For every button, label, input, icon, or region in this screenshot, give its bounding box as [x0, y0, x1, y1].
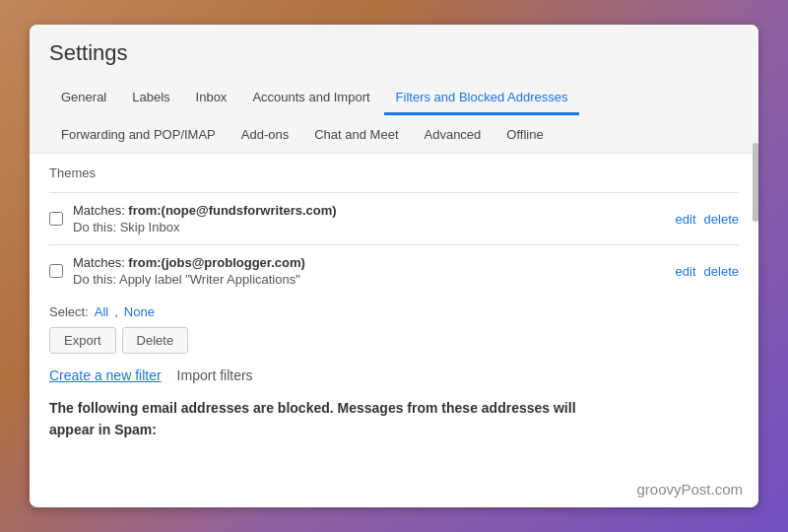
- tab-chat-meet[interactable]: Chat and Meet: [302, 119, 410, 153]
- filter-2-matches: Matches: from:(jobs@problogger.com): [73, 255, 666, 270]
- filter-row-2: Matches: from:(jobs@problogger.com) Do t…: [49, 244, 739, 297]
- themes-label: Themes: [49, 166, 739, 180]
- filter-2-edit-button[interactable]: edit: [676, 264, 696, 279]
- export-button[interactable]: Export: [49, 327, 116, 354]
- filter-2-matches-prefix: Matches:: [73, 255, 128, 270]
- nav-row-2: Forwarding and POP/IMAP Add-ons Chat and…: [49, 119, 739, 153]
- tab-general[interactable]: General: [49, 82, 118, 115]
- tab-accounts-import[interactable]: Accounts and Import: [240, 82, 381, 115]
- tab-labels[interactable]: Labels: [120, 82, 181, 115]
- blocked-text-1: The following email addresses are blocke…: [49, 397, 739, 419]
- select-separator: ,: [114, 304, 118, 319]
- import-filters-link[interactable]: Import filters: [177, 367, 253, 383]
- panel-header: Settings General Labels Inbox Accounts a…: [30, 25, 758, 154]
- delete-button[interactable]: Delete: [122, 327, 189, 354]
- filter-row-1: Matches: from:(nope@fundsforwriters.com)…: [49, 192, 739, 244]
- blocked-text-2: appear in Spam:: [49, 419, 739, 440]
- filter-2-actions: edit delete: [676, 264, 739, 279]
- filter-1-edit-button[interactable]: edit: [676, 212, 696, 227]
- nav-row-1: General Labels Inbox Accounts and Import…: [49, 82, 739, 115]
- select-row: Select: All , None: [49, 304, 739, 319]
- tab-forwarding[interactable]: Forwarding and POP/IMAP: [49, 119, 228, 153]
- filter-1-matches: Matches: from:(nope@fundsforwriters.com): [73, 203, 666, 218]
- select-none-link[interactable]: None: [124, 304, 155, 319]
- create-filter-link[interactable]: Create a new filter: [49, 367, 162, 383]
- filter-1-delete-button[interactable]: delete: [704, 212, 739, 227]
- tab-filters-blocked[interactable]: Filters and Blocked Addresses: [384, 82, 580, 115]
- filter-2-matches-bold: from:(jobs@problogger.com): [128, 255, 305, 270]
- panel-title: Settings: [49, 40, 739, 66]
- filter-2-checkbox[interactable]: [49, 264, 63, 278]
- create-row: Create a new filter Import filters: [49, 367, 739, 383]
- tab-advanced[interactable]: Advanced: [413, 119, 493, 153]
- tab-addons[interactable]: Add-ons: [230, 119, 300, 153]
- filter-2-dothis: Do this: Apply label "Writer Application…: [73, 272, 666, 287]
- watermark: groovyPost.com: [636, 481, 743, 498]
- filter-1-actions: edit delete: [676, 212, 739, 227]
- filter-1-dothis: Do this: Skip Inbox: [73, 220, 666, 234]
- select-all-link[interactable]: All: [95, 304, 108, 319]
- btn-group: Export Delete: [49, 327, 739, 354]
- settings-panel: Settings General Labels Inbox Accounts a…: [30, 25, 758, 507]
- select-label: Select:: [49, 304, 89, 319]
- panel-body: Themes Matches: from:(nope@fundsforwrite…: [30, 154, 758, 457]
- filter-2-content: Matches: from:(jobs@problogger.com) Do t…: [73, 255, 666, 287]
- filter-1-matches-bold: from:(nope@fundsforwriters.com): [128, 203, 336, 218]
- tab-offline[interactable]: Offline: [494, 119, 555, 153]
- filter-1-content: Matches: from:(nope@fundsforwriters.com)…: [73, 203, 666, 234]
- filter-1-checkbox[interactable]: [49, 212, 63, 226]
- scrollbar[interactable]: [753, 143, 758, 222]
- blocked-section: The following email addresses are blocke…: [49, 397, 739, 441]
- tab-inbox[interactable]: Inbox: [184, 82, 239, 115]
- filter-2-delete-button[interactable]: delete: [704, 264, 739, 279]
- filter-1-matches-prefix: Matches:: [73, 203, 128, 218]
